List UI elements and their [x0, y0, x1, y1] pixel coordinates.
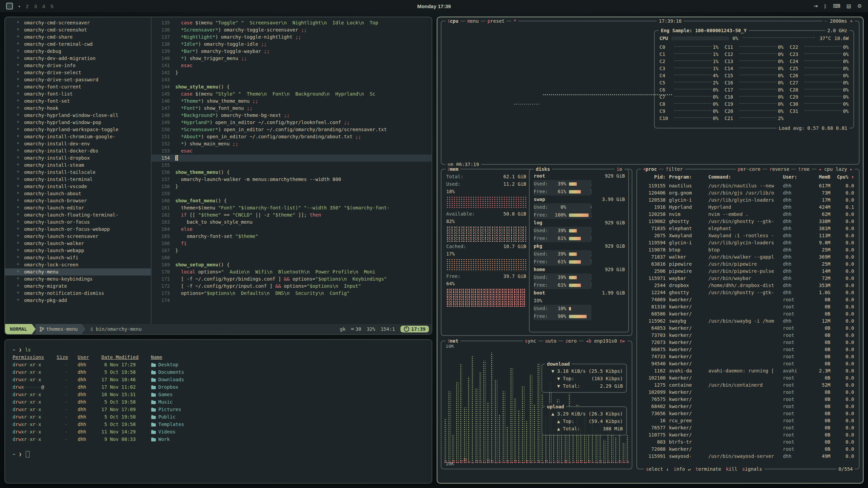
process-row[interactable]: 72088 kworker/ root 0B 0.0	[641, 446, 854, 453]
process-row[interactable]: 74733 kworker/ root 0B 0.0	[641, 353, 854, 360]
io-mode-button[interactable]: io	[614, 166, 624, 173]
workspace-button[interactable]: 5	[51, 3, 53, 9]
file-item[interactable]: *omarchy-install-vscode	[5, 183, 151, 190]
file-item[interactable]: *omarchy-cmd-screenshot	[5, 26, 151, 34]
process-row[interactable]: 119078 btop btop dhh 25M 0.0	[641, 246, 854, 253]
process-row[interactable]: 12244 ghostty /usr/bin/ghostty --gtk- dh…	[641, 289, 854, 296]
code-line[interactable]: 159	[152, 190, 432, 197]
code-line[interactable]: 160show_font_menu() {	[152, 197, 432, 204]
net-zero-toggle[interactable]: zero	[563, 338, 579, 345]
process-row[interactable]: 76577 kworker/ root 0B 0.0	[641, 424, 854, 431]
proc-footer-action[interactable]: info ↵	[673, 466, 691, 473]
file-item[interactable]: *omarchy-launch-webapp	[5, 247, 151, 254]
code-line[interactable]: 149 *Hyprland*) open_in_editor ~/.config…	[152, 119, 432, 126]
process-row[interactable]: 73703 kworker/ root 0B 0.0	[641, 332, 854, 339]
process-row[interactable]: 74869 kworker/ root 0B 0.0	[641, 296, 854, 303]
code-line[interactable]: 143	[152, 76, 432, 83]
process-row[interactable]: 73656 kworker/ root 0B 0.0	[641, 410, 854, 417]
code-line[interactable]: 170 local options=" Audio\n Wifi\n Bluet…	[152, 268, 432, 276]
code-line[interactable]: 136 *Screensaver*) omarchy-toggle-screen…	[152, 26, 432, 34]
code-line[interactable]: 165 omarchy-font-set "$theme"	[152, 233, 432, 240]
code-line[interactable]: 154}	[152, 155, 432, 162]
code-line[interactable]: 140 *) show_trigger_menu ;;	[152, 55, 432, 62]
net-interface-switcher[interactable]: ◂b enp191s0 n▸	[584, 338, 628, 345]
process-row[interactable]: 68402 kworker/ root 0B 0.0	[641, 403, 854, 410]
process-row[interactable]: 1162 avahi-da avahi-daemon: running [ av…	[641, 367, 854, 374]
file-item[interactable]: *omarchy-install-docker-dbs	[5, 147, 151, 155]
code-line[interactable]: 157 omarchy-launch-walker -m menus:omarc…	[152, 176, 432, 183]
code-line[interactable]: 137 *Nightlight*) omarchy-toggle-nightli…	[152, 34, 432, 41]
code-line[interactable]: 151 *About*) open_in_editor ~/.config/om…	[152, 133, 432, 140]
net-auto-toggle[interactable]: auto	[543, 338, 559, 345]
mem-panel-title[interactable]: 2mem	[446, 166, 460, 173]
workspace-button[interactable]: 2	[26, 3, 28, 9]
cpu-panel-title[interactable]: 1cpu	[446, 18, 460, 25]
code-area[interactable]: 135 case $(menu "Toggle" " Screensaver\n…	[152, 17, 432, 324]
process-row[interactable]: 2075 Xwayland Xwayland :1 -rootless - dh…	[641, 232, 854, 239]
file-item[interactable]: *omarchy-install-steam	[5, 162, 151, 169]
file-item[interactable]: *omarchy-install-chromium-google-	[5, 133, 151, 140]
code-line[interactable]: 142}	[152, 69, 432, 76]
code-line[interactable]: 169show_setup_menu() {	[152, 261, 432, 268]
code-line[interactable]: 153 esac	[152, 147, 432, 155]
process-row[interactable]: 1916 Hyprland Hyprland dhh 424M 0.1	[641, 204, 854, 211]
process-row[interactable]: 120406 org.gnom /usr/bin/gjs /usr/lib/o …	[641, 189, 854, 197]
menu-button[interactable]: menu	[465, 18, 481, 25]
workspace-button[interactable]: 3	[34, 3, 37, 9]
code-line[interactable]: 163 back_to show_style_menu	[152, 219, 432, 226]
display-icon[interactable]: ▤	[846, 3, 851, 9]
process-row[interactable]: 102099 kworker/ root 0B 0.0	[641, 389, 854, 396]
process-row[interactable]: 64853 kworker/ root 0B 0.0	[641, 325, 854, 332]
code-line[interactable]: 155	[152, 162, 432, 169]
net-sync-toggle[interactable]: sync	[523, 338, 538, 345]
file-item[interactable]: *omarchy-launch-about	[5, 190, 151, 197]
file-item[interactable]: *omarchy-migrate	[5, 283, 151, 290]
proc-footer-action[interactable]: terminate	[695, 466, 721, 473]
proc-footer-action[interactable]: select ↓	[646, 466, 669, 473]
file-item[interactable]: *omarchy-menu-keybindings	[5, 276, 151, 283]
process-row[interactable]: 71835 elephant elephant dhh 381M 0.0	[641, 225, 854, 232]
process-row[interactable]: 16 rcu_pree root 0B 0.0	[641, 417, 854, 424]
file-item[interactable]: *omarchy-install-dev-env	[5, 140, 151, 147]
file-item[interactable]: *omarchy-launch-browser	[5, 197, 151, 204]
file-item[interactable]: *omarchy-install-dropbox	[5, 155, 151, 162]
proc-footer-action[interactable]: kill	[726, 466, 737, 473]
file-item[interactable]: *omarchy-launch-editor	[5, 204, 151, 211]
file-item[interactable]: *omarchy-hyprland-window-close-all	[5, 112, 151, 119]
net-panel-title[interactable]: 3net	[446, 338, 460, 345]
code-line[interactable]: 138 *Idle*) omarchy-toggle-idle ;;	[152, 41, 432, 48]
code-line[interactable]: 167}	[152, 247, 432, 254]
process-row[interactable]: 115991 swayosd- /usr/bin/swayosd-server …	[641, 453, 854, 460]
per-core-toggle[interactable]: per-core	[736, 166, 763, 173]
file-item[interactable]: *omarchy-cmd-screensaver	[5, 19, 151, 26]
file-item[interactable]: *omarchy-launch-or-focus-webapp	[5, 226, 151, 233]
code-line[interactable]: 152 *) show_main_menu ;;	[152, 140, 432, 147]
file-item[interactable]: *omarchy-notification-dismiss	[5, 290, 151, 297]
code-line[interactable]: 145 case $(menu "Style" " Theme\n Font\n…	[152, 90, 432, 98]
process-row[interactable]: 119082 ghostty /usr/bin/ghostty --gtk- d…	[641, 218, 854, 225]
file-item[interactable]: *omarchy-launch-wifi	[5, 254, 151, 261]
file-item[interactable]: *omarchy-hook	[5, 105, 151, 112]
process-row[interactable]: 120258 nvim nvim --embed . dhh 62M 0.0	[641, 211, 854, 218]
code-line[interactable]: 173 options="$options\n Defaults\n DNS\n…	[152, 290, 432, 297]
file-item[interactable]: *omarchy-debug	[5, 48, 151, 55]
prompt-line-active[interactable]: ~ ❯	[13, 450, 424, 458]
process-row[interactable]: 1275 containe /usr/bin/containerd root 5…	[641, 382, 854, 389]
file-item[interactable]: *omarchy-launch-floating-terminal-	[5, 211, 151, 219]
process-row[interactable]: 803 btrfs-tr root 0B 0.0	[641, 439, 854, 446]
code-line[interactable]: 148 *Background*) omarchy-theme-bg-next …	[152, 112, 432, 119]
keyboard-icon[interactable]: ⌨	[833, 3, 841, 9]
code-line[interactable]: 156show_theme_menu() {	[152, 169, 432, 176]
terminal-cursor[interactable]	[26, 451, 29, 458]
col-cpu[interactable]: Cpu% ↑	[834, 174, 854, 181]
process-row[interactable]: 63816 pipewire /usr/bin/pipewire dhh 25M…	[641, 261, 854, 268]
file-item[interactable]: *omarchy-launch-or-focus	[5, 219, 151, 226]
code-line[interactable]: 150 *Screensaver*) open_in_editor ~/.con…	[152, 126, 432, 133]
file-item[interactable]: *omarchy-install-tailscale	[5, 169, 151, 176]
process-row[interactable]: 120538 glycin-i /usr/lib/glycin-loaders …	[641, 197, 854, 204]
file-item[interactable]: *omarchy-menu	[5, 268, 151, 276]
process-row[interactable]: 76575 kworker/ root 0B 0.0	[641, 396, 854, 403]
process-row[interactable]: 115962 swaybg /usr/bin/swaybg -i /hom dh…	[641, 318, 854, 325]
file-item[interactable]: *omarchy-font-list	[5, 90, 151, 98]
code-line[interactable]: 168	[152, 254, 432, 261]
